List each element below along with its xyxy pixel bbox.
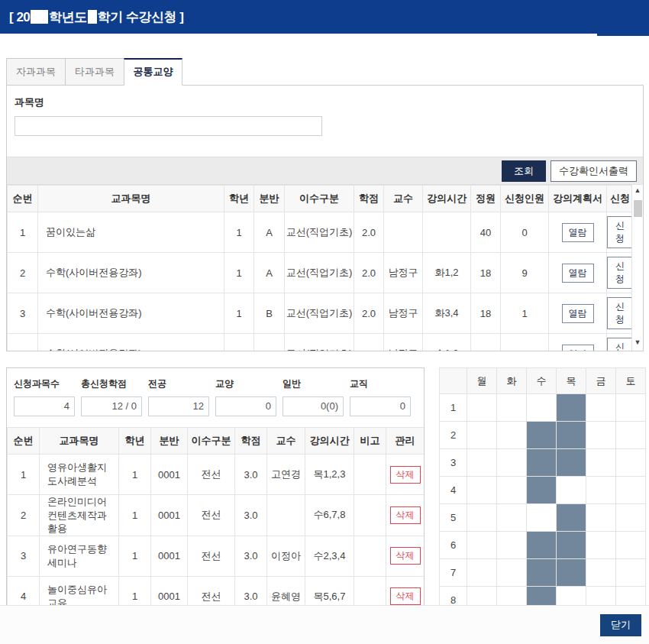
syllabus-view-button[interactable]: 열람: [562, 304, 594, 323]
timetable-cell: [467, 532, 497, 559]
cell-apply: 신청: [607, 334, 634, 352]
registered-table: 순번교과목명학년분반이수구분학점교수강의시간비고관리 1영유아생활지도사례분석1…: [7, 427, 425, 617]
cell-time: 수1,2: [423, 334, 471, 352]
summary-field: 일반0(0): [283, 377, 344, 416]
cell-syllabus: 열람: [549, 253, 607, 293]
cell-professor: 이정아: [267, 536, 305, 576]
cell-credit: 3.0: [235, 536, 267, 576]
timetable-period-label: 1: [440, 394, 467, 422]
table-scrollbar[interactable]: ▲ ▼: [631, 184, 643, 351]
apply-button[interactable]: 신청: [607, 216, 633, 248]
timetable-row: 5: [440, 504, 646, 532]
column-header: 신청: [607, 186, 634, 212]
timetable-cell: [586, 422, 616, 449]
cell-no: 3: [8, 293, 38, 334]
timetable-day-header: 수: [527, 368, 557, 394]
weekly-timetable: 월화수목금토 12345678: [439, 367, 645, 614]
timetable-cell: [616, 532, 646, 559]
timetable-cell: [586, 477, 616, 504]
timetable-period-label: 7: [440, 559, 467, 587]
column-header: 이수구분: [188, 428, 235, 455]
close-button[interactable]: 닫기: [600, 614, 641, 636]
cell-capacity: 40: [471, 212, 501, 253]
course-row: 1꿈이있는삶1A교선(직업기초)2.0400열람신청: [8, 212, 634, 253]
redacted-year-box: [31, 10, 48, 24]
tab-own-dept-courses[interactable]: 자과과목: [6, 58, 65, 86]
summary-field: 교직0: [350, 377, 411, 416]
timetable-cell: [497, 477, 527, 504]
cell-time: 화1,2: [423, 253, 471, 293]
query-button[interactable]: 조회: [502, 160, 546, 182]
timetable-day-header: 금: [586, 368, 616, 394]
redacted-semester-box: [88, 10, 97, 24]
cell-section: A: [254, 212, 285, 253]
timetable-row: 6: [440, 532, 646, 559]
cell-name: 꿈이있는삶: [38, 212, 224, 253]
cell-note: [354, 536, 386, 576]
apply-button[interactable]: 신청: [607, 257, 633, 289]
summary-value: 0(0): [283, 396, 344, 416]
timetable-cell: [497, 504, 527, 532]
timetable-row: 4: [440, 477, 646, 504]
syllabus-view-button[interactable]: 열람: [562, 345, 594, 352]
cell-section: C: [254, 334, 285, 352]
cell-syllabus: 열람: [549, 212, 607, 253]
print-confirmation-button[interactable]: 수강확인서출력: [551, 160, 637, 182]
course-row: 2수학(사이버전용강좌)1A교선(직업기초)2.0남정구화1,2189열람신청: [8, 253, 634, 293]
scroll-up-icon[interactable]: ▲: [632, 185, 643, 196]
course-row: 4수학(사이버전용강좌)1C교선(직업기초)2.0남정구수1,21810열람신청: [8, 334, 634, 352]
apply-button[interactable]: 신청: [607, 338, 633, 351]
summary-value: 12: [148, 396, 209, 416]
timetable-cell: [616, 422, 646, 449]
registered-row: 1영유아생활지도사례분석10001전선3.0고연경목1,2,3삭제: [8, 455, 425, 495]
cell-time: 수2,3,4: [305, 536, 354, 576]
registered-row: 3유아연구동향세미나10001전선3.0이정아수2,3,4삭제: [8, 536, 425, 576]
cell-credit: 2.0: [354, 334, 384, 352]
syllabus-view-button[interactable]: 열람: [562, 264, 594, 283]
course-row: 3수학(사이버전용강좌)1B교선(직업기초)2.0남정구화3,4181열람신청: [8, 293, 634, 334]
cell-applied: 1: [501, 293, 549, 334]
footer-bar: 닫기: [0, 605, 649, 644]
apply-button[interactable]: 신청: [607, 297, 633, 329]
cell-year: 1: [224, 293, 254, 334]
cell-section: A: [254, 253, 285, 293]
timetable-cell: [497, 532, 527, 559]
summary-label: 총신청학점: [81, 377, 142, 390]
cell-name: 영유아생활지도사례분석: [40, 455, 119, 495]
syllabus-view-button[interactable]: 열람: [562, 223, 594, 242]
scroll-down-icon[interactable]: ▼: [632, 337, 643, 348]
page-title: [ 20학년도학기 수강신청 ]: [9, 8, 183, 26]
delete-button[interactable]: 삭제: [390, 587, 421, 605]
cell-type: 교선(직업기초): [285, 334, 354, 352]
tab-other-dept-courses[interactable]: 타과과목: [65, 58, 124, 86]
course-name-input[interactable]: [15, 116, 322, 136]
cell-syllabus: 열람: [549, 293, 607, 334]
timetable-row: 1: [440, 394, 646, 422]
cell-no: 4: [8, 334, 38, 352]
cell-professor: 남정구: [384, 293, 423, 334]
cell-name: 온라인미디어컨텐츠제작과활용: [40, 495, 119, 536]
delete-button[interactable]: 삭제: [390, 466, 421, 484]
delete-button[interactable]: 삭제: [390, 506, 421, 524]
timetable-cell: [586, 394, 616, 422]
timetable-period-label: 3: [440, 449, 467, 477]
timetable-period-label: 2: [440, 422, 467, 449]
scrollbar-thumb[interactable]: [634, 200, 642, 217]
timetable-cell: [497, 449, 527, 477]
cell-type: 전선: [188, 536, 235, 576]
cell-applied: 0: [501, 212, 549, 253]
column-header: 강의시간: [423, 186, 471, 212]
course-name-label: 과목명: [15, 95, 635, 109]
search-area: 과목명: [7, 86, 643, 157]
summary-label: 일반: [283, 377, 344, 390]
timetable-cell-filled: [527, 532, 557, 559]
tab-common-liberal-arts[interactable]: 공통교양: [124, 58, 182, 86]
registered-row: 2온라인미디어컨텐츠제작과활용10001전선3.0수6,7,8삭제: [8, 495, 425, 536]
delete-button[interactable]: 삭제: [390, 547, 421, 565]
summary-label: 교직: [350, 377, 411, 390]
cell-note: [354, 455, 386, 495]
timetable-cell: [557, 477, 586, 504]
column-header: 강의시간: [305, 428, 354, 455]
timetable-cell: [527, 394, 557, 422]
timetable-cell: [497, 559, 527, 587]
